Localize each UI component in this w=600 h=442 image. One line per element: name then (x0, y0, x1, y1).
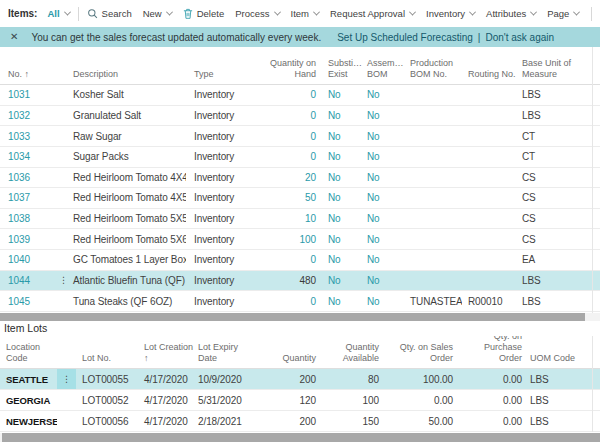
cell-no[interactable]: 1033 (0, 126, 62, 146)
column-header-qty-on-sales-order[interactable]: Qty. on Sales Order (381, 336, 455, 368)
cell-qty[interactable]: 0 (252, 126, 318, 146)
cell-subst[interactable]: No (318, 188, 362, 208)
cell-subst[interactable]: No (318, 168, 362, 188)
column-header-lot-creation[interactable]: Lot Creation ↑ (142, 336, 196, 368)
column-header-lot-no[interactable]: Lot No. (76, 336, 142, 368)
column-header-quantity[interactable]: Quantity (254, 336, 318, 368)
toolbar-action-inventory[interactable]: Inventory (426, 8, 475, 19)
lot-row[interactable]: GEORGIALOT000524/17/20205/31/20201201000… (0, 390, 600, 411)
column-header-qty-on-purchase-order[interactable]: Qty. on Purchase Order (455, 336, 524, 368)
cell-asm[interactable]: No (362, 229, 405, 249)
column-header-quantity-on-hand[interactable]: Quantity on Hand (252, 47, 318, 84)
cell-no[interactable]: 1034 (0, 147, 62, 167)
column-header-no[interactable]: No. ↑ (0, 47, 62, 84)
cell-qty[interactable]: 0 (252, 250, 318, 270)
cell-no[interactable]: 1039 (0, 229, 62, 249)
toolbar-action-delete[interactable]: Delete (183, 8, 224, 19)
cell-asm[interactable]: No (362, 209, 405, 229)
cell-no[interactable]: 1038 (0, 209, 62, 229)
cell-qty[interactable]: 10 (252, 209, 318, 229)
cell-asm[interactable]: No (362, 85, 405, 105)
cell-qty[interactable]: 0 (252, 147, 318, 167)
cell-subst[interactable]: No (318, 250, 362, 270)
lot-row[interactable]: SEATTLE⋮LOT000554/17/202010/9/2020200801… (0, 369, 600, 390)
toolbar-action-page[interactable]: Page (547, 8, 579, 19)
cell-routing (462, 106, 518, 126)
cell-prod-bom (405, 229, 462, 249)
lot-row[interactable]: NEWJERSEYLOT000564/17/20202/18/202120015… (0, 411, 600, 432)
column-header-description[interactable]: Description (62, 47, 186, 84)
setup-forecasting-link[interactable]: Set Up Scheduled Forecasting (337, 32, 473, 43)
item-row[interactable]: 1036Red Heirloom Tomato 4X4Inventory20No… (0, 168, 600, 189)
cell-no[interactable]: 1037 (0, 188, 62, 208)
cell-no[interactable]: 1040 (0, 250, 62, 270)
cell-asm[interactable]: No (362, 126, 405, 146)
kebab-menu-icon[interactable]: ⋮ (57, 369, 76, 389)
item-row[interactable]: 1033Raw SugarInventory0NoNoCT (0, 126, 600, 147)
cell-asm[interactable]: No (362, 106, 405, 126)
item-row[interactable]: 1039Red Heirloom Tomato 5X6Inventory100N… (0, 229, 600, 250)
cell-subst[interactable]: No (318, 85, 362, 105)
item-row[interactable]: 1038Red Heirloom Tomato 5X5Inventory10No… (0, 209, 600, 230)
column-header-uom-code[interactable]: UOM Code (524, 336, 576, 368)
item-row[interactable]: 1034Sugar PacksInventory0NoNoCT (0, 147, 600, 168)
kebab-menu-icon[interactable]: ⋮ (59, 271, 68, 291)
cell-subst[interactable]: No (318, 147, 362, 167)
column-header-quantity-available[interactable]: Quantity Available (318, 336, 381, 368)
cell-no[interactable]: 1045 (0, 291, 62, 311)
cell-subst[interactable]: No (318, 209, 362, 229)
cell-filler (592, 209, 600, 229)
cell-asm[interactable]: No (362, 250, 405, 270)
toolbar-action-search[interactable]: Search (87, 8, 132, 19)
cell-uom: CT (518, 126, 592, 146)
cell-asm[interactable]: No (362, 168, 405, 188)
cell-qty[interactable]: 50 (252, 188, 318, 208)
cell-qty[interactable]: 0 (252, 85, 318, 105)
cell-qty[interactable]: 0 (252, 291, 318, 311)
column-header-type[interactable]: Type (186, 47, 252, 84)
column-header-production-bom-no[interactable]: Production BOM No. (405, 47, 462, 84)
cell-asm[interactable]: No (362, 271, 405, 291)
lots-scrollbar-thumb[interactable] (2, 433, 600, 442)
cell-qty[interactable]: 480 (252, 271, 318, 291)
cell-qty[interactable]: 100 (252, 229, 318, 249)
item-row[interactable]: 1031Kosher SaltInventory0NoNoLBS (0, 85, 600, 106)
column-header-substitutes-exist[interactable]: Substi… Exist (318, 47, 362, 84)
items-scrollbar-thumb[interactable] (0, 313, 585, 321)
toolbar-action-process[interactable]: Process (235, 8, 279, 19)
cell-no[interactable]: 1031 (0, 85, 62, 105)
toolbar-action-new[interactable]: New (143, 8, 172, 19)
cell-subst[interactable]: No (318, 229, 362, 249)
column-header-lot-expiry-date[interactable]: Lot Expiry Date (196, 336, 254, 368)
cell-qty[interactable]: 20 (252, 168, 318, 188)
toolbar-action-item[interactable]: Item (291, 8, 319, 19)
item-row[interactable]: 1037Red Heirloom Tomato 4X5Inventory50No… (0, 188, 600, 209)
cell-asm[interactable]: No (362, 147, 405, 167)
cell-no[interactable]: 1036 (0, 168, 62, 188)
item-row[interactable]: 1044Atlantic Bluefin Tuna (QF)Inventory4… (0, 271, 600, 292)
cell-asm[interactable]: No (362, 188, 405, 208)
cell-filler (592, 168, 600, 188)
cell-qty[interactable]: 0 (252, 106, 318, 126)
toolbar-action-request-approval[interactable]: Request Approval (330, 8, 415, 19)
column-header-location-code[interactable]: Location Code (0, 336, 57, 368)
column-header-base-unit-of-measure[interactable]: Base Unit of Measure (518, 47, 592, 84)
cell-subst[interactable]: No (318, 271, 362, 291)
lots-table: SEATTLE⋮LOT000554/17/202010/9/2020200801… (0, 369, 600, 432)
toolbar-action-attributes[interactable]: Attributes (486, 8, 536, 19)
column-header-routing-no[interactable]: Routing No. (462, 47, 518, 84)
cell-subst[interactable]: No (318, 126, 362, 146)
cell-lot-no: LOT00056 (76, 411, 142, 431)
item-row[interactable]: 1032Granulated SaltInventory0NoNoLBS (0, 106, 600, 127)
cell-subst[interactable]: No (318, 106, 362, 126)
cell-no[interactable]: 1044 (0, 271, 62, 291)
close-icon[interactable]: ✕ (10, 32, 18, 42)
item-row[interactable]: 1045Tuna Steaks (QF 6OZ)Inventory0NoNoTU… (0, 291, 600, 312)
view-filter-dropdown[interactable]: All (47, 8, 69, 19)
dont-ask-again-link[interactable]: Don't ask again (485, 32, 554, 43)
cell-subst[interactable]: No (318, 291, 362, 311)
item-row[interactable]: 1040GC Tomatoes 1 Layer BoxInventory0NoN… (0, 250, 600, 271)
column-header-assembly-bom[interactable]: Assem… BOM (362, 47, 405, 84)
cell-asm[interactable]: No (362, 291, 405, 311)
cell-no[interactable]: 1032 (0, 106, 62, 126)
